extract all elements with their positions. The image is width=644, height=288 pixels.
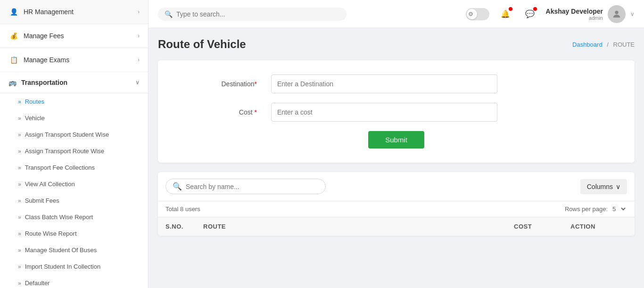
double-chevron-icon: » [18,165,21,171]
submit-button[interactable]: Submit [368,131,424,148]
dark-mode-toggle[interactable]: ⚙ [466,8,489,20]
chevron-down-icon: ∨ [616,183,620,190]
table-info: Total 8 users Rows per page: 5 10 25 [158,201,635,217]
page-content: Route of Vehicle Dashboard / ROUTE Desti… [149,28,644,288]
double-chevron-icon: » [18,197,21,204]
table-header: S.NO. ROUTE COST ACTION [158,217,635,236]
cost-label: Cost * [177,108,271,116]
table-search-wrap[interactable]: 🔍 [165,179,326,194]
sub-item-label: Routes [25,98,44,105]
user-text: Akshay Developer admin [546,8,603,21]
header: 🔍 ⚙ 🔔 💬 Akshay Developer admin [149,0,644,28]
sidebar-item-class-batch-wise-report[interactable]: » Class Batch Wise Report [0,209,148,225]
sidebar-item-submit-fees[interactable]: » Submit Fees [0,192,148,209]
bell-icon: 🔔 [501,9,510,18]
page-title: Route of Vehicle [158,38,246,51]
search-wrap[interactable]: 🔍 [158,8,347,21]
transportation-submenu: » Routes » Vehicle » Assign Transport St… [0,93,148,288]
rows-per-page: Rows per page: 5 10 25 [565,205,627,213]
chevron-right-icon: › [138,8,140,15]
svg-point-0 [615,10,618,14]
sidebar-item-label: Transportation [21,79,67,86]
col-action: ACTION [570,223,627,230]
submit-row: Submit [177,131,616,148]
col-route: ROUTE [203,223,514,230]
transport-icon: 🚌 [8,79,17,86]
sidebar-item-view-all-collection[interactable]: » View All Collection [0,176,148,192]
destination-label: Destination* [177,80,271,88]
sidebar-item-label: Manage Fees [24,32,64,40]
double-chevron-icon: » [18,247,21,254]
destination-row: Destination* [177,74,616,93]
sub-item-label: Vehicle [25,115,45,122]
sub-item-label: Submit Fees [25,197,59,204]
sub-item-label: Defaulter [25,280,50,287]
sidebar-item-vehicle[interactable]: » Vehicle [0,110,148,126]
gear-icon: ⚙ [468,11,473,17]
chevron-right-icon: › [138,57,140,63]
header-right: ⚙ 🔔 💬 Akshay Developer admin ∨ [466,5,635,23]
breadcrumb-home-link[interactable]: Dashboard [572,41,603,48]
double-chevron-icon: » [18,280,21,287]
chevron-down-icon: ∨ [135,79,140,86]
sub-item-label: Assign Transport Route Wise [25,148,104,155]
sidebar-item-assign-transport-student[interactable]: » Assign Transport Student Wise [0,126,148,143]
fees-icon: 💰 [8,31,19,41]
cost-row: Cost * [177,103,616,122]
columns-button[interactable]: Columns ∨ [580,179,627,194]
message-badge [533,7,537,11]
sidebar-item-routes[interactable]: » Routes [0,93,148,110]
search-input[interactable] [176,10,340,18]
user-info[interactable]: Akshay Developer admin ∨ [546,5,635,23]
sidebar-item-defaulter[interactable]: » Defaulter [0,275,148,288]
double-chevron-icon: » [18,214,21,221]
notification-badge [509,7,512,11]
chat-icon: 💬 [525,9,535,18]
double-chevron-icon: » [18,132,21,138]
route-form-card: Destination* Cost * Submit [158,60,635,163]
sidebar: 👤 HR Management › 💰 Manage Fees › 📋 Mana… [0,0,149,288]
destination-input[interactable] [271,74,497,93]
columns-label: Columns [587,183,613,190]
avatar [608,5,626,23]
sub-item-label: Manage Student Of Buses [25,247,97,254]
sidebar-item-manage-exams[interactable]: 📋 Manage Exams › [0,48,148,72]
search-icon: 🔍 [165,10,173,18]
sub-item-label: Route Wise Report [25,230,77,237]
sidebar-item-transportation[interactable]: 🚌 Transportation ∨ [0,72,148,93]
sidebar-item-route-wise-report[interactable]: » Route Wise Report [0,225,148,242]
user-name: Akshay Developer [546,8,603,15]
page-header: Route of Vehicle Dashboard / ROUTE [158,38,635,51]
hr-icon: 👤 [8,7,19,17]
cost-input[interactable] [271,103,497,122]
required-star: * [253,108,257,116]
search-icon: 🔍 [173,182,182,191]
required-star: * [255,80,257,88]
double-chevron-icon: » [18,181,21,188]
table-search-input[interactable] [186,183,319,190]
table-toolbar: 🔍 Columns ∨ [158,172,635,201]
sidebar-item-manage-student-of-buses[interactable]: » Manage Student Of Buses [0,242,148,258]
messages-button[interactable]: 💬 [521,6,538,23]
double-chevron-icon: » [18,263,21,270]
breadcrumb-separator: / [607,41,609,48]
sidebar-item-manage-fees[interactable]: 💰 Manage Fees › [0,24,148,48]
double-chevron-icon: » [18,99,21,105]
sidebar-item-label: Manage Exams [24,56,69,64]
notifications-button[interactable]: 🔔 [497,6,514,23]
routes-table-section: 🔍 Columns ∨ Total 8 users Rows per page:… [158,172,635,236]
sidebar-item-transport-fee-collections[interactable]: » Transport Fee Collections [0,159,148,176]
chevron-down-icon[interactable]: ∨ [630,11,635,17]
rows-per-page-select[interactable]: 5 10 25 [611,205,627,213]
sub-item-label: View All Collection [25,181,75,188]
sidebar-item-import-student-in-collection[interactable]: » Import Student In Collection [0,258,148,275]
sidebar-item-hr-management[interactable]: 👤 HR Management › [0,0,148,24]
rows-per-page-label: Rows per page: [565,206,608,213]
user-role: admin [546,15,603,21]
col-cost: COST [514,223,570,230]
exams-icon: 📋 [8,55,19,65]
sub-item-label: Class Batch Wise Report [25,214,93,221]
sidebar-item-label: HR Management [24,8,74,16]
sidebar-item-assign-transport-route[interactable]: » Assign Transport Route Wise [0,143,148,159]
total-users-label: Total 8 users [165,206,200,213]
